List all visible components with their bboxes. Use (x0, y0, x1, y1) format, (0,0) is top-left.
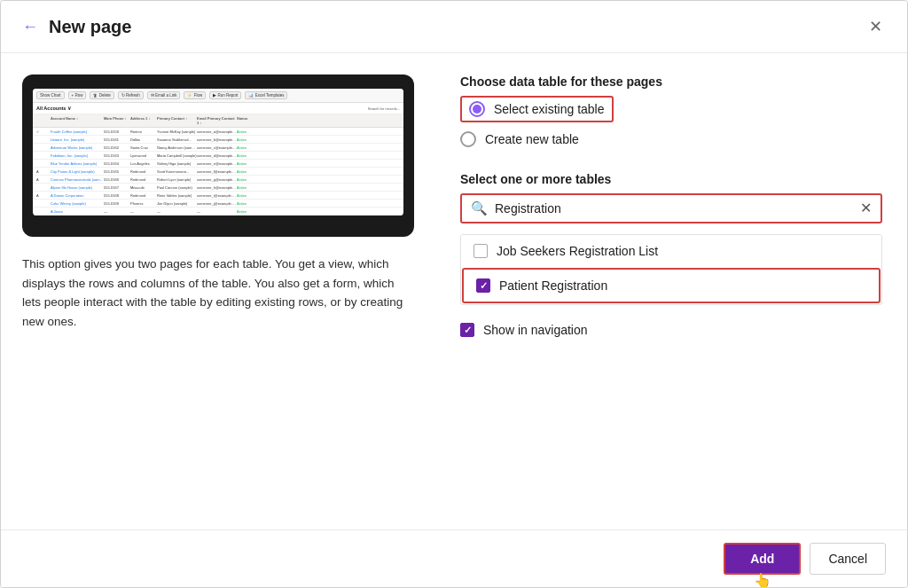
dialog-body: Show Chart + Row 🗑 Delete ↻ Refresh ✉ Em… (1, 53, 907, 529)
tablet-table-header: All Accounts ∨ Search for records... (33, 103, 403, 114)
tablet-preview: Show Chart + Row 🗑 Delete ↻ Refresh ✉ Em… (22, 74, 414, 237)
search-box: 🔍 ✕ (460, 193, 882, 223)
search-icon: 🔍 (471, 200, 488, 216)
table-row: A Jasso — — — — Active (33, 208, 403, 216)
job-seekers-checkbox[interactable] (474, 244, 488, 258)
create-new-label: Create new table (485, 132, 579, 146)
dialog-title: New page (49, 17, 865, 37)
add-button[interactable]: Add (724, 543, 801, 575)
new-page-dialog: ← New page ✕ Show Chart + Row 🗑 Delete ↻… (0, 0, 908, 588)
table-list: Job Seekers Registration List Patient Re… (460, 234, 882, 305)
select-existing-label: Select existing table (494, 102, 605, 116)
table-row: A A Datum Corporation 555-0168 Redmond R… (33, 192, 403, 200)
tablet-table-area: Account Name ↕ Main Phone ↕ Address 1 ↕ … (33, 114, 403, 216)
choose-data-section: Choose data table for these pages Select… (460, 74, 882, 154)
search-input[interactable] (495, 201, 853, 216)
table-row: A Contoso Pharmaceuticals (sample) 555-0… (33, 176, 403, 184)
show-navigation-label: Show in navigation (483, 323, 588, 337)
left-panel: Show Chart + Row 🗑 Delete ↻ Refresh ✉ Em… (1, 53, 435, 529)
table-row: Litware, Inc. (sample) 555-0161 Dallas S… (33, 136, 403, 144)
tablet-toolbar: Show Chart + Row 🗑 Delete ↻ Refresh ✉ Em… (33, 89, 403, 103)
table-row: ✓ Fourth Coffee (sample) 555-0150 Renton… (33, 128, 403, 136)
select-tables-section: Select one or more tables 🔍 ✕ Job Seeker… (460, 172, 882, 305)
list-item-job-seekers[interactable]: Job Seekers Registration List (461, 235, 881, 267)
patient-reg-label: Patient Registration (499, 278, 607, 293)
select-existing-radio[interactable] (469, 101, 485, 117)
back-button[interactable]: ← (22, 18, 38, 36)
table-row: A City Power & Light (sample) 555-0165 R… (33, 168, 403, 176)
dialog-header: ← New page ✕ (1, 1, 907, 53)
table-row: Adventure Works (sample) 555-0162 Santa … (33, 144, 403, 152)
description-text: This option gives you two pages for each… (22, 255, 414, 331)
create-new-radio[interactable] (460, 131, 476, 147)
job-seekers-label: Job Seekers Registration List (497, 244, 658, 258)
radio-group: Select existing table Create new table (460, 96, 882, 147)
list-item-patient-reg[interactable]: Patient Registration (462, 268, 881, 303)
select-existing-option[interactable]: Select existing table (460, 96, 882, 122)
choose-data-title: Choose data table for these pages (460, 74, 882, 89)
tablet-screen: Show Chart + Row 🗑 Delete ↻ Refresh ✉ Em… (33, 89, 403, 216)
show-navigation-checkbox[interactable] (460, 323, 474, 337)
cancel-button[interactable]: Cancel (810, 543, 886, 575)
show-navigation-row[interactable]: Show in navigation (460, 323, 882, 337)
table-row: Blue Yonder Airlines (sample) 555-0164 L… (33, 160, 403, 168)
dialog-footer: Add Cancel (1, 529, 907, 587)
close-button[interactable]: ✕ (865, 15, 886, 38)
create-new-option[interactable]: Create new table (460, 131, 882, 147)
clear-search-button[interactable]: ✕ (860, 201, 872, 216)
select-tables-title: Select one or more tables (460, 172, 882, 186)
right-panel: Choose data table for these pages Select… (435, 53, 907, 529)
table-row: Alpine Ski House (sample) 555-0167 Misso… (33, 184, 403, 192)
patient-reg-checkbox[interactable] (476, 278, 490, 293)
table-row: Fabrikam, Inc. (sample) 555-0163 Lynnwoo… (33, 152, 403, 160)
table-row: Coho Winery (sample) 555-0169 Phoenix Ji… (33, 200, 403, 208)
